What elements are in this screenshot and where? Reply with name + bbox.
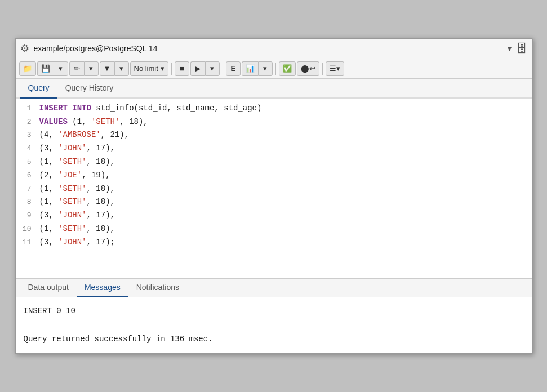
line-number: 3 — [16, 129, 39, 141]
line-number: 7 — [16, 183, 39, 195]
code-segment: 'SETH' — [58, 197, 86, 206]
code-segment: (3, — [39, 144, 59, 153]
filter-dropdown-button[interactable]: ▾ — [114, 61, 129, 76]
tab-query[interactable]: Query — [20, 79, 57, 99]
code-segment: (1, — [39, 197, 59, 206]
macro-button[interactable]: ☰▾ — [326, 61, 344, 76]
code-segment: 'JOHN' — [58, 238, 86, 247]
code-segment: , 18), — [87, 157, 115, 166]
run-group: ▶ ▾ — [190, 61, 220, 76]
commit-button[interactable]: ✅ — [279, 61, 296, 76]
limit-chevron: ▾ — [161, 64, 164, 73]
line-content: (3, 'JOHN', 17), — [39, 209, 532, 222]
edit-group: ✏ ▾ — [69, 61, 99, 76]
line-content: (1, 'SETH', 18), — [39, 182, 532, 196]
main-window: ⚙ example/postgres@PostgreSQL 14 ▾ 🗄 📁 💾… — [15, 38, 533, 355]
code-segment: , 19), — [82, 171, 110, 180]
line-content: (1, 'SETH', 18), — [39, 195, 532, 209]
limit-label: No limit — [134, 64, 158, 73]
edit-dropdown-button[interactable]: ▾ — [84, 61, 99, 76]
line-number: 1 — [16, 103, 39, 115]
filter-button[interactable]: ▼ — [100, 61, 114, 76]
code-line: 6(2, 'JOE', 19), — [16, 169, 532, 182]
output-line-2 — [24, 318, 524, 332]
tab-messages[interactable]: Messages — [77, 279, 128, 297]
output-line-3: Query returned successfully in 136 msec. — [24, 332, 524, 346]
run-dropdown-button[interactable]: ▾ — [205, 61, 220, 76]
code-segment: , 18), — [119, 117, 148, 126]
code-segment: (1, — [39, 157, 59, 166]
edit-button[interactable]: ✏ — [69, 61, 84, 76]
code-segment: VALUES — [39, 117, 68, 126]
chart-button[interactable]: 📊 — [242, 61, 258, 76]
code-segment: , 17), — [87, 211, 115, 220]
code-segment: (3, — [39, 211, 59, 220]
code-line: 1INSERT INTO std_info(std_id, std_name, … — [16, 102, 532, 115]
bottom-tabs-bar: Data output Messages Notifications — [16, 279, 532, 297]
chart-dropdown-button[interactable]: ▾ — [258, 61, 273, 76]
line-number: 4 — [16, 142, 39, 155]
line-content: (1, 'SETH', 18), — [39, 155, 532, 169]
output-line-1: INSERT 0 10 — [24, 304, 524, 318]
toolbar-separator-3 — [275, 63, 276, 75]
database-icon[interactable]: 🗄 — [516, 42, 527, 55]
save-button[interactable]: 💾 — [37, 61, 54, 76]
line-number: 10 — [16, 223, 39, 235]
line-number: 6 — [16, 170, 39, 182]
line-content: (1, 'SETH', 18), — [39, 222, 532, 236]
code-line: 3(4, 'AMBROSE', 21), — [16, 128, 532, 142]
code-line: 2VALUES (1, 'SETH', 18), — [16, 115, 532, 129]
code-segment: , 21), — [101, 130, 129, 139]
code-editor[interactable]: 1INSERT INTO std_info(std_id, std_name, … — [16, 99, 532, 279]
code-segment: (3, — [39, 238, 59, 247]
toolbar-separator-1 — [171, 63, 172, 75]
code-segment: (1, — [39, 184, 59, 193]
connection-dropdown[interactable]: ▾ — [508, 44, 512, 53]
tab-notifications[interactable]: Notifications — [128, 279, 187, 297]
tab-data-output[interactable]: Data output — [20, 279, 77, 297]
code-line: 9(3, 'JOHN', 17), — [16, 209, 532, 222]
code-segment: 'AMBROSE' — [58, 130, 101, 139]
line-number: 5 — [16, 156, 39, 168]
code-segment: , 17), — [87, 144, 115, 153]
code-segment: 'SETH' — [58, 184, 86, 193]
code-segment: std_info(std_id, std_name, std_age) — [91, 104, 261, 113]
open-button[interactable]: 📁 — [19, 61, 36, 76]
line-number: 2 — [16, 116, 39, 128]
run-button[interactable]: ▶ — [190, 61, 205, 76]
line-content: (3, 'JOHN', 17), — [39, 142, 532, 155]
code-segment: , 18), — [87, 197, 115, 206]
rollback-button[interactable]: ⬤↩ — [297, 61, 319, 76]
line-content: (2, 'JOE', 19), — [39, 169, 532, 182]
code-segment: (2, — [39, 171, 59, 180]
line-content: VALUES (1, 'SETH', 18), — [39, 115, 532, 129]
line-number: 9 — [16, 210, 39, 222]
explain-button[interactable]: E — [226, 61, 241, 76]
code-segment: 'SETH' — [91, 117, 119, 126]
code-segment: , 17); — [87, 238, 115, 247]
tab-query-history[interactable]: Query History — [57, 79, 122, 99]
code-segment: 'JOHN' — [58, 144, 86, 153]
stop-button[interactable]: ■ — [175, 61, 189, 76]
code-segment: (1, — [39, 224, 59, 233]
line-content: (3, 'JOHN', 17); — [39, 236, 532, 250]
connection-icon: ⚙ — [20, 42, 29, 55]
toolbar-separator-2 — [223, 63, 223, 75]
code-line: 8(1, 'SETH', 18), — [16, 195, 532, 209]
code-segment: , 18), — [87, 184, 115, 193]
code-segment: (4, — [39, 130, 59, 139]
save-dropdown-button[interactable]: ▾ — [54, 61, 68, 76]
line-number: 8 — [16, 196, 39, 208]
code-line: 4(3, 'JOHN', 17), — [16, 142, 532, 155]
code-segment: 'JOHN' — [58, 211, 86, 220]
code-segment: 'SETH' — [58, 224, 86, 233]
chart-group: 📊 ▾ — [242, 61, 273, 76]
save-group: 💾 ▾ — [37, 61, 68, 76]
line-number: 11 — [16, 237, 39, 249]
limit-dropdown[interactable]: No limit ▾ — [130, 61, 168, 76]
code-segment: , 18), — [87, 224, 115, 233]
code-segment: (1, — [68, 117, 91, 126]
line-content: INSERT INTO std_info(std_id, std_name, s… — [39, 102, 532, 115]
line-content: (4, 'AMBROSE', 21), — [39, 128, 532, 142]
query-tabs-bar: Query Query History — [16, 79, 532, 99]
